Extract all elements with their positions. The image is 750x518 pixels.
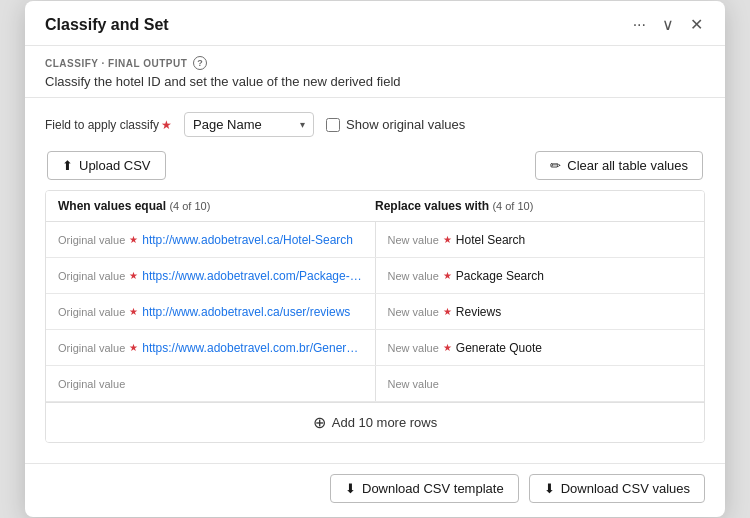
required-star: ★: [443, 270, 452, 281]
original-label: Original value: [58, 378, 125, 390]
original-label: Original value: [58, 306, 125, 318]
table-row: Original value ★ http://www.adobetravel.…: [46, 294, 704, 330]
add-rows-button[interactable]: Add 10 more rows: [332, 415, 438, 430]
classify-set-modal: Classify and Set ··· ∨ ✕ CLASSIFY · FINA…: [25, 1, 725, 517]
original-cell: Original value ★ http://www.adobetravel.…: [46, 228, 375, 252]
upload-csv-button[interactable]: ⬆ Upload CSV: [47, 151, 166, 180]
new-label: New value: [388, 342, 439, 354]
original-cell: Original value ★ https://www.adobetravel…: [46, 264, 375, 288]
original-value[interactable]: http://www.adobetravel.ca/user/reviews: [142, 305, 350, 319]
new-cell: New value ★ Hotel Search: [376, 228, 705, 252]
show-original-label[interactable]: Show original values: [346, 117, 465, 132]
field-label: Field to apply classify★: [45, 118, 172, 132]
table-row: Original value ★ https://www.adobetravel…: [46, 330, 704, 366]
when-values-header: When values equal (4 of 10): [58, 199, 375, 213]
required-star: ★: [443, 306, 452, 317]
field-select[interactable]: Page Name: [193, 117, 296, 132]
original-cell: Original value ★ http://www.adobetravel.…: [46, 300, 375, 324]
field-row: Field to apply classify★ Page Name ▾ Sho…: [45, 112, 705, 137]
modal-header: Classify and Set ··· ∨ ✕: [25, 1, 725, 46]
collapse-button[interactable]: ∨: [656, 15, 680, 35]
toolbar-row: ⬆ Upload CSV ✏ Clear all table values: [45, 151, 705, 180]
original-value[interactable]: http://www.adobetravel.ca/Hotel-Search: [142, 233, 353, 247]
original-value[interactable]: https://www.adobetravel.com/Package-Sear…: [142, 269, 362, 283]
new-value[interactable]: Hotel Search: [456, 233, 525, 247]
when-values-count: (4 of 10): [169, 200, 210, 212]
classify-desc: Classify the hotel ID and set the value …: [45, 74, 705, 89]
new-cell: New value: [376, 372, 705, 396]
new-cell: New value ★ Generate Quote: [376, 336, 705, 360]
new-value[interactable]: Reviews: [456, 305, 501, 319]
required-star: ★: [129, 270, 138, 281]
download-template-button[interactable]: ⬇ Download CSV template: [330, 474, 519, 503]
modal-subheader: CLASSIFY · FINAL OUTPUT ? Classify the h…: [25, 46, 725, 98]
required-star: ★: [161, 118, 172, 132]
table-row: Original value New value: [46, 366, 704, 402]
add-rows-row: ⊕ Add 10 more rows: [46, 402, 704, 442]
required-star: ★: [443, 234, 452, 245]
new-cell: New value ★ Reviews: [376, 300, 705, 324]
replace-values-header: Replace values with (4 of 10): [375, 199, 692, 213]
original-label: Original value: [58, 270, 125, 282]
help-icon[interactable]: ?: [193, 56, 207, 70]
download-values-button[interactable]: ⬇ Download CSV values: [529, 474, 705, 503]
table-row: Original value ★ http://www.adobetravel.…: [46, 222, 704, 258]
new-label: New value: [388, 378, 439, 390]
header-icons: ··· ∨ ✕: [627, 15, 709, 35]
download-icon: ⬇: [544, 481, 555, 496]
modal-body: Field to apply classify★ Page Name ▾ Sho…: [25, 98, 725, 463]
original-cell: Original value: [46, 372, 375, 396]
table-container: When values equal (4 of 10) Replace valu…: [45, 190, 705, 443]
table-row: Original value ★ https://www.adobetravel…: [46, 258, 704, 294]
new-value[interactable]: Generate Quote: [456, 341, 542, 355]
clear-all-button[interactable]: ✏ Clear all table values: [535, 151, 703, 180]
required-star: ★: [443, 342, 452, 353]
replace-values-count: (4 of 10): [492, 200, 533, 212]
new-value-input[interactable]: [443, 377, 692, 391]
original-label: Original value: [58, 234, 125, 246]
required-star: ★: [129, 306, 138, 317]
new-label: New value: [388, 234, 439, 246]
more-options-button[interactable]: ···: [627, 15, 652, 35]
table-header-row: When values equal (4 of 10) Replace valu…: [46, 191, 704, 222]
field-select-wrapper[interactable]: Page Name ▾: [184, 112, 314, 137]
show-original-row: Show original values: [326, 117, 465, 132]
new-value[interactable]: Package Search: [456, 269, 544, 283]
original-label: Original value: [58, 342, 125, 354]
modal-footer: ⬇ Download CSV template ⬇ Download CSV v…: [25, 463, 725, 517]
required-star: ★: [129, 342, 138, 353]
close-button[interactable]: ✕: [684, 15, 709, 35]
new-label: New value: [388, 270, 439, 282]
download-icon: ⬇: [345, 481, 356, 496]
upload-icon: ⬆: [62, 158, 73, 173]
show-original-checkbox[interactable]: [326, 118, 340, 132]
add-icon: ⊕: [313, 413, 326, 432]
eraser-icon: ✏: [550, 158, 561, 173]
classify-label: CLASSIFY · FINAL OUTPUT ?: [45, 56, 705, 70]
original-value-input[interactable]: [129, 377, 362, 391]
original-value[interactable]: https://www.adobetravel.com.br/Generate-…: [142, 341, 362, 355]
chevron-down-icon: ▾: [300, 119, 305, 130]
new-cell: New value ★ Package Search: [376, 264, 705, 288]
modal-title: Classify and Set: [45, 16, 627, 34]
new-label: New value: [388, 306, 439, 318]
original-cell: Original value ★ https://www.adobetravel…: [46, 336, 375, 360]
required-star: ★: [129, 234, 138, 245]
